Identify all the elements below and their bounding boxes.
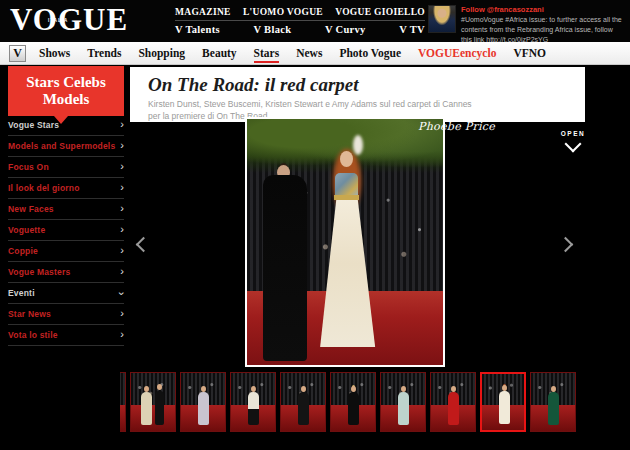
gallery-thumbnail-3[interactable] xyxy=(180,372,226,432)
gallery-thumbnail-6[interactable] xyxy=(330,372,376,432)
tab-stars[interactable]: Stars xyxy=(254,47,280,59)
tab-vfno[interactable]: VFNO xyxy=(513,47,546,59)
tweet-text: #UomoVogue #Africa issue: to further acc… xyxy=(461,15,623,44)
sidebar-item-star-news[interactable]: Star News› xyxy=(8,304,124,325)
twitter-widget: Follow @francasozzani #UomoVogue #Africa… xyxy=(428,5,626,44)
gallery-thumbnail-4[interactable] xyxy=(230,372,276,432)
sidebar-item-label: Vogue Stars xyxy=(8,120,59,130)
gallery-thumbnail-5[interactable] xyxy=(280,372,326,432)
main-nav-items: ShowsTrendsShoppingBeautyStarsNewsPhoto … xyxy=(39,47,563,59)
photo-feather-headpiece xyxy=(353,135,363,155)
thumbnail-figure xyxy=(398,392,409,425)
thumbnail-figure-head xyxy=(201,386,206,392)
main-nav: V ShowsTrendsShoppingBeautyStarsNewsPhot… xyxy=(0,42,630,65)
sidebar-item-label: Eventi xyxy=(8,288,35,298)
gallery-thumbnail-7[interactable] xyxy=(380,372,426,432)
main-photo[interactable] xyxy=(245,117,445,367)
thumbnail-figure-head xyxy=(451,386,456,392)
sidebar-category-title: Stars Celebs Models xyxy=(8,74,124,109)
thumbnail-figure xyxy=(141,392,152,425)
gallery-thumbnail-9[interactable] xyxy=(480,372,526,432)
sidebar-item-vogue-stars[interactable]: Vogue Stars› xyxy=(8,115,124,136)
thumbnail-figure xyxy=(348,392,359,425)
top-nav: MAGAZINEL'UOMO VOGUEVOGUE GIOIELLO V Tal… xyxy=(175,3,425,37)
chevron-right-icon: › xyxy=(120,329,124,340)
article-header: On The Road: il red carpet Kirsten Dunst… xyxy=(130,67,585,122)
carousel-prev-arrow-icon[interactable] xyxy=(136,237,152,253)
sidebar-item-il-look-del-giorno[interactable]: Il look del giorno› xyxy=(8,178,124,199)
sidebar-item-coppie[interactable]: Coppie› xyxy=(8,241,124,262)
thumbnail-figure xyxy=(298,392,309,425)
gallery-thumbnail-10[interactable] xyxy=(530,372,576,432)
thumbnail-figure-head xyxy=(144,386,149,392)
tab-photo-vogue[interactable]: Photo Vogue xyxy=(339,47,401,59)
top-nav-v-talents[interactable]: V Talents xyxy=(175,24,220,35)
chevron-right-icon: › xyxy=(120,266,124,277)
nav-v-home-button[interactable]: V xyxy=(9,45,26,62)
sidebar-item-label: Focus On xyxy=(8,162,49,172)
twitter-follow-link[interactable]: Follow @francasozzani xyxy=(461,5,626,14)
page-title: On The Road: il red carpet xyxy=(148,74,585,96)
tab-shows[interactable]: Shows xyxy=(39,47,70,59)
thumbnail-figure xyxy=(198,392,209,425)
chevron-right-icon: › xyxy=(120,203,124,214)
top-nav-l-uomo-vogue[interactable]: L'UOMO VOGUE xyxy=(243,7,323,17)
thumbnail-carpet xyxy=(120,405,125,431)
photo-phoebe-bodice xyxy=(335,173,358,196)
chevron-down-icon: › xyxy=(117,291,128,295)
sidebar-item-models-and-supermodels[interactable]: Models and Supermodels› xyxy=(8,136,124,157)
carousel-next-arrow-icon[interactable] xyxy=(558,237,574,253)
tab-vogueencyclo[interactable]: VOGUEencyclo xyxy=(418,47,496,59)
thumbnail-figure xyxy=(448,392,459,425)
tab-beauty[interactable]: Beauty xyxy=(202,47,237,59)
top-nav-v-black[interactable]: V Black xyxy=(254,24,292,35)
chevron-right-icon: › xyxy=(120,308,124,319)
chevron-right-icon: › xyxy=(120,224,124,235)
open-button[interactable]: OPEN xyxy=(556,130,590,150)
thumbnail-carpet xyxy=(131,405,175,431)
top-nav-v-tv[interactable]: V TV xyxy=(399,24,425,35)
sidebar-item-label: Models and Supermodels xyxy=(8,141,115,151)
photo-phoebe-head xyxy=(340,151,353,167)
thumbnail-figure-head xyxy=(351,386,356,392)
twitter-avatar[interactable] xyxy=(428,5,456,33)
tab-trends[interactable]: Trends xyxy=(87,47,121,59)
gallery-thumbnail-8[interactable] xyxy=(430,372,476,432)
sidebar-item-eventi[interactable]: Eventi› xyxy=(8,283,124,304)
top-nav-vogue-gioiello[interactable]: VOGUE GIOIELLO xyxy=(335,7,425,17)
photo-phoebe-belt xyxy=(334,195,359,200)
chevron-right-icon: › xyxy=(120,245,124,256)
tab-news[interactable]: News xyxy=(296,47,322,59)
tab-shopping[interactable]: Shopping xyxy=(138,47,185,59)
vogue-italia-page: VOGUE ITALIA MAGAZINEL'UOMO VOGUEVOGUE G… xyxy=(0,0,630,450)
sidebar-category-box[interactable]: Stars Celebs Models xyxy=(8,66,124,116)
sidebar-item-label: Vota lo stile xyxy=(8,330,58,340)
sidebar-item-label: Star News xyxy=(8,309,51,319)
sidebar-item-vota-lo-stile[interactable]: Vota lo stile› xyxy=(8,325,124,346)
chevron-right-icon: › xyxy=(120,161,124,172)
thumbnail-figure-2-head xyxy=(157,384,162,390)
top-nav-v-curvy[interactable]: V Curvy xyxy=(325,24,366,35)
sidebar-item-voguette[interactable]: Voguette› xyxy=(8,220,124,241)
top-nav-magazine[interactable]: MAGAZINE xyxy=(175,7,231,17)
photo-secondary-figure xyxy=(263,175,307,361)
sidebar-item-label: Il look del giorno xyxy=(8,183,80,193)
thumbnail-figure-head xyxy=(251,386,256,392)
thumbnail-figure-head xyxy=(502,385,507,391)
top-nav-row1: MAGAZINEL'UOMO VOGUEVOGUE GIOIELLO xyxy=(175,3,425,20)
chevron-right-icon: › xyxy=(120,140,124,151)
thumbnail-figure-head xyxy=(401,386,406,392)
sidebar-item-label: Vogue Masters xyxy=(8,267,70,277)
chevron-right-icon: › xyxy=(120,119,124,130)
sidebar-item-focus-on[interactable]: Focus On› xyxy=(8,157,124,178)
vogue-logo-text: VOGUE xyxy=(10,2,128,37)
sidebar-item-label: Voguette xyxy=(8,225,45,235)
gallery-thumbnail-2[interactable] xyxy=(130,372,176,432)
thumbnail-strip xyxy=(120,372,630,438)
vogue-logo[interactable]: VOGUE ITALIA xyxy=(10,2,128,38)
sidebar-item-new-faces[interactable]: New Faces› xyxy=(8,199,124,220)
sidebar-item-vogue-masters[interactable]: Vogue Masters› xyxy=(8,262,124,283)
twitter-text-column: Follow @francasozzani #UomoVogue #Africa… xyxy=(461,5,626,44)
gallery-thumbnail-1[interactable] xyxy=(120,372,126,432)
sidebar-menu: Vogue Stars›Models and Supermodels›Focus… xyxy=(8,115,124,346)
